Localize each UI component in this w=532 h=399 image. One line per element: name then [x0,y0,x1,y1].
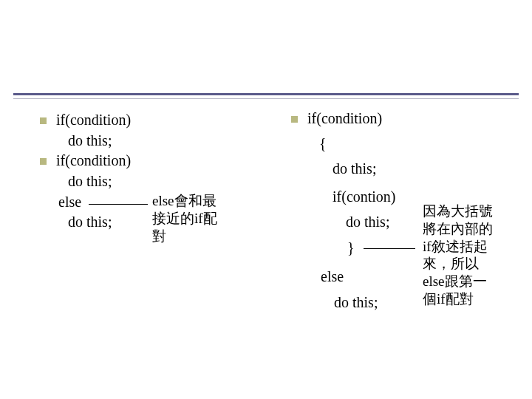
code-line: { [319,136,327,151]
code-line: else [58,194,81,209]
separator-thick [13,93,519,95]
code-line: } [347,240,355,255]
code-line: do this; [68,133,112,148]
code-line: do this; [332,161,376,176]
code-line: if(contion) [332,189,396,204]
code-line: else [321,269,344,284]
code-line: do this; [68,214,112,229]
bullet-icon [40,117,47,124]
annotation-left: else會和最 接近的if配 對 [152,192,233,245]
annotation-right: 因為大括號 將在內部的 if敘述括起 來，所以 else跟第一 個if配對 [423,202,519,308]
code-line: do this; [346,214,389,229]
code-line: do this; [68,174,112,188]
separator-thin [13,98,519,99]
code-line: if(condition) [56,112,131,127]
code-line: do this; [334,295,378,310]
bullet-icon [291,116,298,123]
connector-line [89,204,148,205]
connector-line [364,248,415,249]
bullet-icon [40,158,47,165]
code-line: if(condition) [56,153,131,168]
code-line: if(condition) [307,111,382,126]
